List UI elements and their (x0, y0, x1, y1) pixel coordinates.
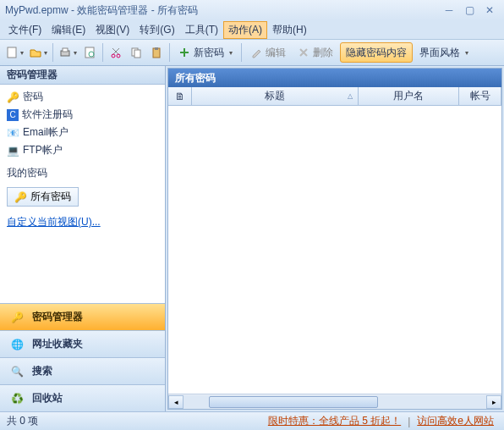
search-icon: 🔍 (8, 363, 25, 380)
menu-help[interactable]: 帮助(H) (267, 21, 312, 39)
svg-rect-2 (63, 48, 68, 52)
password-tree: 🔑密码 C软件注册码 📧Email帐户 💻FTP帐户 (0, 85, 165, 163)
key-icon: 🔑 (7, 91, 19, 103)
svg-rect-8 (134, 50, 140, 58)
new-doc-button[interactable]: ▾ (3, 42, 25, 63)
svg-rect-0 (8, 47, 16, 58)
customize-view-link[interactable]: 自定义当前视图(U)... (7, 216, 101, 228)
delete-button[interactable]: 删除 (293, 42, 338, 63)
my-password-label: 我的密码 (0, 163, 165, 184)
paste-button[interactable] (147, 42, 166, 63)
key-icon: 🔑 (8, 309, 25, 326)
window-title: MyPwd.epmw - 效能密码管理器 - 所有密码 (5, 3, 438, 18)
tree-item-software[interactable]: C软件注册码 (3, 106, 162, 124)
scroll-right-button[interactable]: ▸ (486, 395, 501, 409)
open-button[interactable]: ▾ (27, 42, 49, 63)
menu-bar: 文件(F) 编辑(E) 视图(V) 转到(G) 工具(T) 动作(A) 帮助(H… (0, 20, 504, 39)
cut-button[interactable] (107, 42, 125, 63)
grid-body (168, 106, 501, 394)
column-icon[interactable]: 🗎 (168, 87, 192, 105)
scroll-left-button[interactable]: ◂ (168, 395, 184, 409)
tree-item-password[interactable]: 🔑密码 (3, 88, 162, 106)
status-bar: 共 0 项 限时特惠：全线产品 5 折起！ | 访问高效e人网站 (0, 411, 504, 430)
visit-site-link[interactable]: 访问高效e人网站 (417, 414, 494, 428)
promo-link[interactable]: 限时特惠：全线产品 5 折起！ (268, 414, 401, 428)
scroll-track[interactable] (184, 395, 486, 409)
globe-icon: 🌐 (8, 336, 25, 353)
menu-tool[interactable]: 工具(T) (180, 21, 223, 39)
content-title: 所有密码 (168, 69, 501, 87)
column-user[interactable]: 用户名 (359, 87, 459, 105)
menu-goto[interactable]: 转到(G) (134, 21, 179, 39)
nav-password-manager[interactable]: 🔑密码管理器 (0, 303, 165, 330)
content-area: 所有密码 🗎 标题△ 用户名 帐号 ◂ ▸ (167, 68, 502, 410)
skin-button[interactable]: 界面风格▾ (414, 42, 474, 63)
scroll-thumb[interactable] (209, 396, 378, 408)
print-button[interactable]: ▾ (57, 42, 79, 63)
nav-recycle[interactable]: ♻️回收站 (0, 384, 165, 411)
menu-action[interactable]: 动作(A) (223, 21, 267, 39)
software-icon: C (7, 109, 19, 121)
menu-edit[interactable]: 编辑(E) (47, 21, 90, 39)
sidebar: 密码管理器 🔑密码 C软件注册码 📧Email帐户 💻FTP帐户 我的密码 🔑所… (0, 66, 166, 411)
menu-file[interactable]: 文件(F) (3, 21, 47, 39)
email-icon: 📧 (7, 127, 19, 139)
preview-button[interactable] (80, 42, 99, 63)
sort-asc-icon: △ (348, 92, 353, 100)
nav-search[interactable]: 🔍搜索 (0, 357, 165, 384)
maximize-button[interactable]: ▢ (460, 3, 479, 17)
grid-header: 🗎 标题△ 用户名 帐号 (168, 87, 501, 106)
close-button[interactable]: ✕ (480, 3, 499, 17)
toolbar: ▾ ▾ ▾ 新密码▾ 编辑 删除 隐藏密码内容 界面风格▾ (0, 39, 504, 66)
tree-item-email[interactable]: 📧Email帐户 (3, 124, 162, 141)
recycle-icon: ♻️ (8, 390, 25, 407)
hide-password-content-button[interactable]: 隐藏密码内容 (340, 42, 413, 63)
ftp-icon: 💻 (7, 145, 19, 157)
svg-rect-10 (155, 47, 158, 50)
horizontal-scrollbar[interactable]: ◂ ▸ (168, 394, 501, 409)
key-icon: 🔑 (14, 191, 27, 203)
column-title[interactable]: 标题△ (192, 87, 359, 105)
new-password-button[interactable]: 新密码▾ (173, 42, 238, 63)
doc-icon: 🗎 (175, 91, 185, 102)
sidebar-header: 密码管理器 (0, 66, 165, 85)
column-account[interactable]: 帐号 (459, 87, 501, 105)
status-count: 共 0 项 (7, 414, 265, 428)
edit-button[interactable]: 编辑 (245, 42, 291, 63)
title-bar: MyPwd.epmw - 效能密码管理器 - 所有密码 ─ ▢ ✕ (0, 0, 504, 20)
minimize-button[interactable]: ─ (440, 3, 458, 17)
copy-button[interactable] (127, 42, 145, 63)
menu-view[interactable]: 视图(V) (90, 21, 134, 39)
all-passwords-button[interactable]: 🔑所有密码 (7, 187, 79, 207)
nav-favorites[interactable]: 🌐网址收藏夹 (0, 330, 165, 357)
tree-item-ftp[interactable]: 💻FTP帐户 (3, 141, 162, 159)
